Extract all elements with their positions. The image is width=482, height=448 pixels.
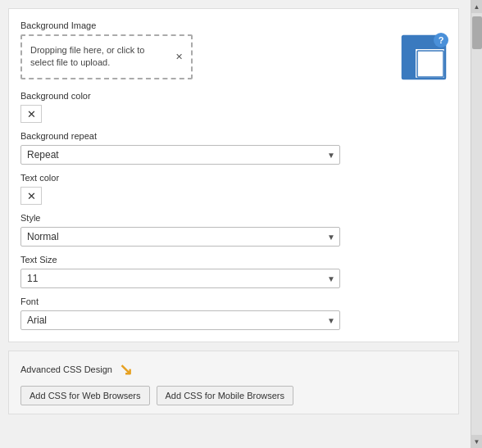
file-drop-close-icon[interactable]: ✕	[175, 52, 183, 62]
background-color-swatch-icon: ✕	[27, 108, 36, 120]
style-select[interactable]: Normal Bold Italic Bold Italic	[20, 227, 340, 247]
style-label: Style	[20, 213, 447, 223]
scrollbar-thumb[interactable]	[472, 16, 482, 49]
text-size-select[interactable]: 8 9 10 11 12 14	[20, 269, 340, 288]
background-color-swatch-row: ✕	[20, 105, 447, 123]
settings-card: Background Image Dropping file here, or …	[8, 8, 459, 342]
scrollbar-up-arrow[interactable]: ▲	[471, 0, 483, 13]
font-label: Font	[20, 296, 447, 306]
text-size-select-wrapper: 8 9 10 11 12 14 ▼	[20, 269, 340, 288]
file-drop-area[interactable]: Dropping file here, or click to select f…	[20, 34, 193, 79]
text-color-swatch[interactable]: ✕	[20, 187, 42, 205]
main-panel: Background Image Dropping file here, or …	[0, 0, 471, 448]
file-drop-text: Dropping file here, or click to select f…	[30, 44, 171, 70]
font-select[interactable]: Arial Verdana Times New Roman Georgia	[20, 310, 340, 330]
font-group: Font Arial Verdana Times New Roman Georg…	[20, 296, 447, 330]
text-size-group: Text Size 8 9 10 11 12 14 ▼	[20, 255, 447, 288]
preview-area: ?	[401, 34, 447, 83]
advanced-css-label: Advanced CSS Design	[20, 364, 112, 374]
text-color-swatch-row: ✕	[20, 187, 447, 205]
text-color-swatch-icon: ✕	[27, 190, 36, 202]
scrollbar[interactable]: ▲ ▼	[471, 0, 482, 448]
advanced-css-section: Advanced CSS Design ↘ Add CSS for Web Br…	[8, 351, 459, 414]
background-color-swatch[interactable]: ✕	[20, 105, 42, 123]
scrollbar-down-arrow[interactable]: ▼	[471, 435, 483, 448]
arrow-down-icon: ↘	[119, 360, 133, 379]
add-css-web-button[interactable]: Add CSS for Web Browsers	[20, 386, 150, 405]
background-image-label: Background Image	[20, 20, 447, 30]
advanced-buttons-row: Add CSS for Web Browsers Add CSS for Mob…	[20, 386, 447, 405]
outer-container: Background Image Dropping file here, or …	[0, 0, 482, 448]
background-repeat-group: Background repeat Repeat No Repeat Repea…	[20, 131, 447, 165]
background-repeat-select[interactable]: Repeat No Repeat Repeat X Repeat Y	[20, 145, 340, 165]
font-select-wrapper: Arial Verdana Times New Roman Georgia ▼	[20, 310, 340, 330]
background-image-group: Background Image Dropping file here, or …	[20, 20, 447, 83]
advanced-label-row: Advanced CSS Design ↘	[20, 360, 447, 379]
background-color-label: Background color	[20, 91, 447, 101]
text-size-label: Text Size	[20, 255, 447, 265]
style-select-wrapper: Normal Bold Italic Bold Italic ▼	[20, 227, 340, 247]
help-icon[interactable]: ?	[434, 33, 448, 48]
background-color-group: Background color ✕	[20, 91, 447, 123]
style-group: Style Normal Bold Italic Bold Italic ▼	[20, 213, 447, 247]
bg-image-row: Dropping file here, or click to select f…	[20, 34, 447, 83]
text-color-label: Text color	[20, 173, 447, 183]
background-repeat-label: Background repeat	[20, 131, 447, 141]
background-repeat-select-wrapper: Repeat No Repeat Repeat X Repeat Y ▼	[20, 145, 340, 165]
text-color-group: Text color ✕	[20, 173, 447, 205]
svg-rect-3	[417, 51, 443, 77]
add-css-mobile-button[interactable]: Add CSS for Mobile Browsers	[157, 386, 294, 405]
